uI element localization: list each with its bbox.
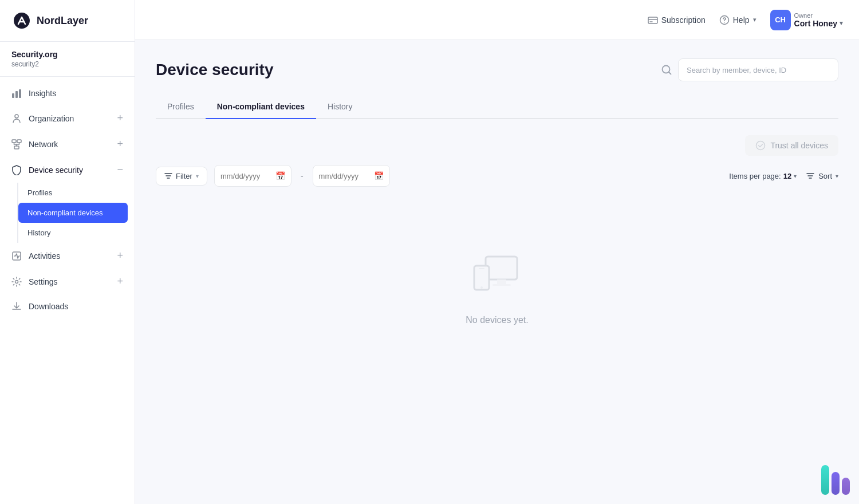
- activity-icon: [11, 251, 22, 261]
- date-to-input[interactable]: 📅: [313, 165, 390, 187]
- device-security-label: Device security: [29, 166, 83, 175]
- subscription-btn[interactable]: Subscription: [648, 15, 706, 25]
- search-input[interactable]: [678, 58, 838, 81]
- user-menu[interactable]: CH Owner Cort Honey ▾: [770, 10, 843, 30]
- insights-label: Insights: [29, 89, 56, 98]
- date-to-field[interactable]: [319, 172, 371, 180]
- filter-icon: [164, 172, 172, 180]
- help-chevron-icon: ▾: [753, 16, 756, 23]
- subnav-non-compliant-devices[interactable]: Non-compliant devices: [18, 203, 128, 223]
- organization-label: Organization: [29, 114, 74, 123]
- downloads-label: Downloads: [29, 302, 68, 311]
- download-icon: [11, 301, 22, 312]
- checkmark-circle-icon: [755, 140, 766, 151]
- svg-point-18: [480, 286, 483, 289]
- date-separator: -: [298, 171, 306, 180]
- settings-label: Settings: [29, 277, 58, 286]
- tab-non-compliant-devices[interactable]: Non-compliant devices: [206, 95, 316, 119]
- svg-rect-15: [497, 279, 506, 284]
- user-avatar: CH: [770, 10, 791, 30]
- user-chevron-icon: ▾: [840, 19, 843, 27]
- svg-point-8: [15, 280, 18, 283]
- sort-icon: [806, 171, 815, 180]
- deco-bar-2: [832, 472, 840, 495]
- sort-chevron-icon: ▾: [836, 173, 838, 179]
- logo[interactable]: NordLayer: [0, 0, 135, 42]
- trust-all-devices-button[interactable]: Trust all devices: [745, 135, 838, 156]
- svg-point-3: [15, 115, 18, 118]
- sort-label: Sort: [818, 172, 832, 180]
- calendar-from-icon: 📅: [275, 171, 285, 180]
- sidebar-item-device-security[interactable]: Device security −: [0, 157, 135, 183]
- sidebar-nav: Insights Organization +: [0, 77, 135, 504]
- svg-rect-2: [19, 89, 21, 98]
- empty-state: No devices yet.: [156, 200, 838, 371]
- sidebar-item-settings[interactable]: Settings +: [0, 269, 135, 294]
- toolbar: Filter ▾ 📅 - 📅 Items per page: 12 ▾: [156, 165, 838, 187]
- org-info: Security.org security2: [0, 42, 135, 77]
- device-security-collapse-icon: −: [117, 164, 123, 176]
- svg-rect-0: [12, 93, 14, 98]
- filter-button[interactable]: Filter ▾: [156, 167, 207, 186]
- sidebar-item-downloads[interactable]: Downloads: [0, 294, 135, 318]
- sort-button[interactable]: Sort ▾: [806, 171, 838, 180]
- user-info: Owner Cort Honey ▾: [794, 12, 843, 28]
- calendar-to-icon: 📅: [374, 171, 384, 180]
- deco-bar-1: [821, 465, 829, 495]
- svg-rect-19: [479, 268, 484, 269]
- toolbar-left: Filter ▾ 📅 - 📅: [156, 165, 390, 187]
- tabs-bar: Profiles Non-compliant devices History: [156, 95, 838, 119]
- no-devices-illustration: [468, 246, 526, 304]
- network-expand-icon: +: [117, 138, 123, 150]
- filter-label: Filter: [176, 172, 192, 180]
- help-icon: [719, 15, 730, 25]
- svg-point-13: [756, 141, 765, 150]
- tab-profiles[interactable]: Profiles: [156, 95, 206, 119]
- sidebar-item-activities[interactable]: Activities +: [0, 243, 135, 269]
- activities-label: Activities: [29, 251, 60, 261]
- svg-rect-9: [648, 17, 657, 23]
- page-title: Device security: [156, 61, 273, 79]
- date-from-input[interactable]: 📅: [214, 165, 291, 187]
- network-icon: [11, 139, 22, 149]
- trust-btn-wrap: Trust all devices: [156, 135, 838, 156]
- help-btn[interactable]: Help ▾: [719, 15, 756, 25]
- settings-icon: [11, 277, 22, 287]
- search-bar: [661, 58, 838, 81]
- subscription-label: Subscription: [661, 15, 706, 25]
- filter-chevron-icon: ▾: [196, 173, 199, 179]
- org-icon: [11, 113, 22, 124]
- svg-rect-14: [486, 257, 517, 279]
- svg-rect-17: [474, 266, 489, 290]
- page-header: Device security: [156, 58, 838, 81]
- subnav-profiles[interactable]: Profiles: [18, 183, 128, 203]
- sidebar-item-organization[interactable]: Organization +: [0, 105, 135, 131]
- shield-icon: [11, 165, 22, 175]
- search-icon: [661, 64, 672, 76]
- sidebar-item-insights[interactable]: Insights: [0, 81, 135, 105]
- activities-expand-icon: +: [117, 250, 123, 262]
- svg-rect-16: [492, 284, 511, 286]
- content-area: Device security Profiles Non-compliant d…: [135, 40, 859, 504]
- brand-name: NordLayer: [37, 15, 88, 27]
- settings-expand-icon: +: [117, 275, 123, 288]
- network-label: Network: [29, 140, 58, 149]
- corner-decoration: [821, 465, 850, 495]
- device-security-subnav: Profiles Non-compliant devices History: [17, 183, 128, 243]
- items-per-page-control[interactable]: Items per page: 12 ▾: [729, 172, 797, 180]
- items-per-page-chevron-icon: ▾: [794, 173, 797, 179]
- svg-rect-1: [15, 91, 18, 98]
- main-area: Subscription Help ▾ CH Owner Cort Honey …: [135, 0, 859, 504]
- org-sub: security2: [11, 60, 123, 68]
- subscription-icon: [648, 15, 658, 25]
- sidebar: NordLayer Security.org security2 Insight…: [0, 0, 135, 504]
- tab-history[interactable]: History: [316, 95, 364, 119]
- sidebar-item-network[interactable]: Network +: [0, 131, 135, 157]
- toolbar-right: Items per page: 12 ▾ Sort ▾: [729, 171, 838, 180]
- nordlayer-logo-icon: [11, 10, 32, 31]
- subnav-history[interactable]: History: [18, 223, 128, 243]
- deco-bar-3: [842, 478, 850, 495]
- organization-expand-icon: +: [117, 112, 123, 124]
- date-from-field[interactable]: [220, 172, 272, 180]
- user-name: Cort Honey ▾: [794, 19, 843, 28]
